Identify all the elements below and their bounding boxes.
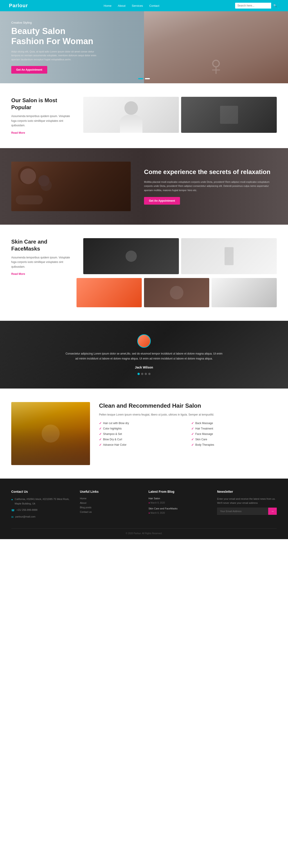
nav-link-services[interactable]: Services bbox=[132, 4, 143, 7]
nav-link-contact[interactable]: Contact bbox=[149, 4, 159, 7]
hero-dot-1[interactable] bbox=[138, 78, 143, 79]
service-item-6: ✓ Face Massage bbox=[191, 432, 277, 436]
footer-contact-title: Contact Us bbox=[11, 490, 71, 493]
skincare-image-3 bbox=[76, 278, 142, 307]
check-icon-2: ✓ bbox=[191, 422, 194, 425]
service-label-2: Back Massage bbox=[195, 422, 213, 425]
skincare-top-images bbox=[83, 238, 277, 276]
footer-blog-title: Latest From Blog bbox=[149, 490, 208, 493]
testimonial-dot-1[interactable] bbox=[137, 373, 140, 375]
newsletter-email-input[interactable] bbox=[217, 507, 268, 515]
skincare-bottom-images bbox=[11, 278, 277, 307]
hero-description: Adipi slicing elit, Quia, al iquid adio … bbox=[11, 50, 101, 62]
footer-links: Useful Links Home About Blog posts Conta… bbox=[80, 490, 139, 522]
nav-links: Home About Services Contact bbox=[104, 4, 159, 8]
service-label-8: Skin Care bbox=[195, 438, 207, 441]
hero-section: Creative Styling Beauty SalonFashion For… bbox=[0, 11, 288, 83]
footer-newsletter-description: Enter your email and receive the latest … bbox=[217, 497, 277, 505]
relax-description: Mollitia placeat modi explicabo voluptat… bbox=[144, 180, 277, 192]
skincare-section: Skin Care and FaceMasks Assumenda tempor… bbox=[0, 225, 288, 321]
service-label-6: Face Massage bbox=[195, 432, 213, 436]
testimonial-dots bbox=[65, 373, 223, 375]
popular-image-1 bbox=[83, 97, 179, 133]
hero-dots bbox=[138, 78, 150, 79]
testimonial-content: Consectetur adipiscing Lorem ipsum dolor… bbox=[65, 334, 223, 375]
newsletter-submit-button[interactable]: → bbox=[268, 507, 277, 515]
search-bar: 🔍 bbox=[235, 3, 279, 8]
skincare-read-more[interactable]: Read More bbox=[11, 272, 25, 276]
check-icon-5: ✓ bbox=[99, 432, 102, 436]
check-icon-8: ✓ bbox=[191, 438, 194, 441]
navbar: Parlour Home About Services Contact 🔍 bbox=[0, 0, 288, 11]
check-icon-3: ✓ bbox=[99, 427, 102, 430]
footer-copyright: © 2020 Parlour. All Rights Reserved. bbox=[126, 532, 162, 535]
skincare-text: Skin Care and FaceMasks Assumenda tempor… bbox=[11, 238, 74, 276]
service-item-10: ✓ Body Therapies bbox=[191, 443, 277, 446]
hero-title: Beauty SalonFashion For Woman bbox=[11, 26, 101, 46]
footer-blog-post-2-date: ● March 9, 2020 bbox=[149, 512, 165, 514]
testimonial-avatar bbox=[137, 334, 151, 348]
check-icon-6: ✓ bbox=[191, 432, 194, 436]
testimonial-dot-2[interactable] bbox=[141, 373, 143, 375]
skincare-image-2 bbox=[181, 238, 277, 274]
testimonial-dot-4[interactable] bbox=[148, 373, 151, 375]
service-item-5: ✓ Shampoo & Set bbox=[99, 432, 185, 436]
service-label-9: Advance Hair Color bbox=[103, 443, 126, 446]
hero-content: Creative Styling Beauty SalonFashion For… bbox=[0, 21, 113, 74]
relax-image bbox=[11, 162, 131, 211]
footer-address: ● California, #32841 block, #221D85 75 W… bbox=[11, 497, 71, 506]
check-icon-1: ✓ bbox=[99, 422, 102, 425]
nav-logo: Parlour bbox=[9, 3, 28, 8]
footer-link-about[interactable]: About bbox=[80, 501, 139, 504]
newsletter-form: → bbox=[217, 507, 277, 515]
footer-bottom: © 2020 Parlour. All Rights Reserved. bbox=[11, 528, 277, 535]
email-icon: ✉ bbox=[11, 515, 13, 520]
clean-content: Clean and Recommended Hair Salon Pellen … bbox=[99, 402, 277, 446]
relaxation-section: Come experience the secrets of relaxatio… bbox=[0, 148, 288, 225]
skincare-image-1 bbox=[83, 238, 179, 274]
footer-blog-post-1-title[interactable]: Hair Salon bbox=[149, 497, 208, 500]
nav-link-about[interactable]: About bbox=[118, 4, 126, 7]
search-button[interactable]: 🔍 bbox=[271, 3, 279, 8]
nav-link-home[interactable]: Home bbox=[104, 4, 111, 7]
hero-image bbox=[144, 11, 288, 83]
testimonial-dot-3[interactable] bbox=[145, 373, 147, 375]
footer-blog-post-1: Hair Salon ● March 9, 2020 bbox=[149, 497, 208, 504]
skincare-top: Skin Care and FaceMasks Assumenda tempor… bbox=[11, 238, 277, 276]
footer-blog-post-2-title[interactable]: Skin Care and FaceMasks bbox=[149, 507, 208, 510]
popular-text: Our Salon is Most Popular Assumenda temp… bbox=[11, 97, 74, 134]
service-item-7: ✓ Blow Dry & Curl bbox=[99, 438, 185, 441]
check-icon-4: ✓ bbox=[191, 427, 194, 430]
hero-dot-2[interactable] bbox=[145, 78, 150, 79]
footer-blog: Latest From Blog Hair Salon ● March 9, 2… bbox=[149, 490, 208, 522]
services-grid: ✓ Hair cut with Blow dry ✓ Back Massage … bbox=[99, 422, 277, 446]
relax-title: Come experience the secrets of relaxatio… bbox=[144, 168, 277, 176]
clean-title: Clean and Recommended Hair Salon bbox=[99, 402, 277, 410]
service-label-5: Shampoo & Set bbox=[103, 432, 122, 436]
skincare-title: Skin Care and FaceMasks bbox=[11, 238, 74, 252]
search-input[interactable] bbox=[235, 3, 271, 8]
popular-title: Our Salon is Most Popular bbox=[11, 97, 74, 111]
skincare-description: Assumenda temporibus quidem ipsum. Volup… bbox=[11, 255, 74, 269]
popular-read-more[interactable]: Read More bbox=[11, 131, 25, 134]
service-item-3: ✓ Color highlights bbox=[99, 427, 185, 430]
testimonial-name: Jack Wilson bbox=[65, 366, 223, 369]
service-item-2: ✓ Back Massage bbox=[191, 422, 277, 425]
footer-link-home[interactable]: Home bbox=[80, 497, 139, 500]
footer-blog-post-2: Skin Care and FaceMasks ● March 9, 2020 bbox=[149, 507, 208, 515]
service-item-8: ✓ Skin Care bbox=[191, 438, 277, 441]
footer-grid: Contact Us ● California, #32841 block, #… bbox=[11, 490, 277, 522]
service-item-4: ✓ Hair Treatment bbox=[191, 427, 277, 430]
service-item-9: ✓ Advance Hair Color bbox=[99, 443, 185, 446]
skincare-image-5 bbox=[212, 278, 277, 307]
service-label-7: Blow Dry & Curl bbox=[103, 438, 122, 441]
hero-cta-button[interactable]: Get An Appointment bbox=[11, 66, 47, 73]
service-item-1: ✓ Hair cut with Blow dry bbox=[99, 422, 185, 425]
footer-link-contact[interactable]: Contact us bbox=[80, 510, 139, 513]
location-icon: ● bbox=[11, 497, 13, 502]
footer-links-title: Useful Links bbox=[80, 490, 139, 493]
footer-link-blog[interactable]: Blog posts bbox=[80, 506, 139, 509]
testimonial-text: Consectetur adipiscing Lorem ipsum dolor… bbox=[65, 351, 223, 361]
relax-cta-button[interactable]: Get An Appointment bbox=[144, 197, 180, 205]
popular-images bbox=[83, 97, 277, 133]
